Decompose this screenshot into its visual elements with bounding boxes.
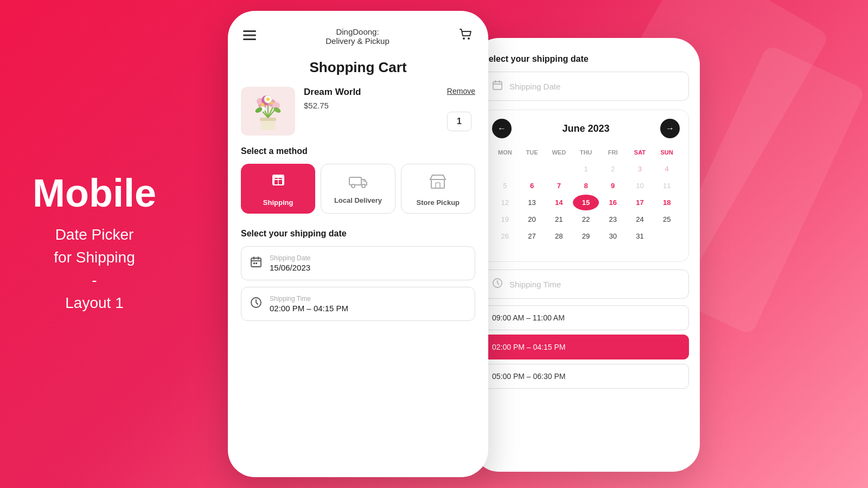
time-slot-1[interactable]: 09:00 AM – 11:00 AM — [483, 305, 689, 330]
clock-icon — [250, 297, 262, 311]
shipping-label: Shipping — [263, 198, 293, 207]
subtitle-line1: Date Picker — [55, 226, 134, 243]
date-placeholder: Shipping Date — [270, 254, 310, 262]
cart-icon[interactable] — [459, 28, 473, 44]
method-section-label: Select a method — [228, 146, 488, 164]
day-header-thu: THU — [573, 147, 599, 160]
cal-day-2[interactable]: 2 — [600, 161, 626, 177]
cal-day-24[interactable]: 24 — [627, 211, 653, 227]
cal-day-16[interactable]: 16 — [600, 195, 626, 210]
svg-rect-26 — [349, 177, 361, 185]
cal-day-19[interactable]: 19 — [492, 211, 518, 227]
remove-button[interactable]: Remove — [447, 87, 475, 95]
subtitle-line3: Layout 1 — [65, 294, 123, 311]
cal-day-11[interactable]: 11 — [654, 178, 680, 194]
subtitle-line2: for Shipping — [54, 249, 135, 266]
cal-day-20[interactable]: 20 — [519, 211, 545, 227]
svg-point-27 — [352, 184, 355, 188]
svg-rect-1 — [243, 35, 256, 36]
cal-day-18[interactable]: 18 — [654, 195, 680, 210]
cal-day-empty — [492, 245, 518, 253]
cal-day-empty — [654, 228, 680, 244]
page-title: Mobile — [33, 174, 156, 213]
svg-rect-29 — [431, 179, 444, 188]
next-month-button[interactable]: → — [660, 119, 680, 138]
product-row: Dream World $52.75 Remove 1 — [228, 87, 488, 146]
cal-day-8[interactable]: 8 — [573, 178, 599, 194]
delivery-icon — [348, 173, 368, 192]
cal-day-21[interactable]: 21 — [546, 211, 572, 227]
cal-day-14[interactable]: 14 — [546, 195, 572, 210]
calendar-icon-2 — [492, 80, 503, 93]
cal-day-23[interactable]: 23 — [600, 211, 626, 227]
phone-calendar: Select your shipping date Shipping Date … — [472, 38, 700, 472]
product-image — [241, 87, 295, 136]
cal-day-1[interactable]: 1 — [573, 161, 599, 177]
clock-icon-2 — [492, 278, 503, 291]
menu-icon[interactable] — [243, 29, 256, 43]
calendar-icon — [250, 256, 262, 271]
cal-day-15[interactable]: 15 — [573, 195, 599, 210]
date-input-content: Shipping Date 15/06/2023 — [270, 254, 310, 272]
time-input-placeholder: Shipping Time — [509, 280, 561, 289]
subtitle: Date Picker for Shipping - Layout 1 — [33, 223, 156, 314]
svg-point-21 — [261, 103, 264, 106]
cal-day-3[interactable]: 3 — [627, 161, 653, 177]
cal-day-26[interactable]: 26 — [492, 228, 518, 244]
svg-rect-35 — [493, 82, 502, 90]
cal-day-29[interactable]: 29 — [573, 228, 599, 244]
cal-day-10[interactable]: 10 — [627, 178, 653, 194]
local-delivery-label: Local Delivery — [334, 196, 382, 204]
cal-day-7[interactable]: 7 — [546, 178, 572, 194]
time-slot-2[interactable]: 02:00 PM – 04:15 PM — [483, 335, 689, 359]
quantity-box[interactable]: 1 — [447, 112, 471, 131]
cal-day-9[interactable]: 9 — [600, 178, 626, 194]
cal-day-5[interactable]: 5 — [492, 178, 518, 194]
date-value: 15/06/2023 — [270, 263, 310, 272]
time-value: 02:00 PM – 04:15 PM — [270, 304, 348, 313]
cal-day-28[interactable]: 28 — [546, 228, 572, 244]
shopping-cart-title: Shopping Cart — [228, 54, 488, 87]
time-input-2[interactable]: Shipping Time — [483, 269, 689, 299]
cal-day-12[interactable]: 12 — [492, 195, 518, 210]
method-shipping[interactable]: Shipping — [241, 164, 315, 214]
svg-rect-30 — [436, 183, 440, 188]
time-placeholder: Shipping Time — [270, 295, 348, 303]
method-buttons: Shipping Local Delivery — [228, 164, 488, 227]
prev-month-button[interactable]: ← — [492, 119, 512, 138]
store-pickup-label: Store Pickup — [417, 198, 459, 207]
time-input[interactable]: Shipping Time 02:00 PM – 04:15 PM — [241, 287, 475, 321]
day-header-wed: WED — [546, 147, 572, 160]
svg-point-3 — [463, 37, 465, 40]
phones-container: DingDoong: Delivery & Pickup Shopping Ca… — [228, 11, 700, 477]
svg-rect-32 — [253, 262, 255, 264]
calendar-grid: MON TUE WED THU FRI SAT SUN 1 2 3 4 — [492, 147, 680, 253]
method-local-delivery[interactable]: Local Delivery — [321, 164, 395, 214]
method-store-pickup[interactable]: Store Pickup — [401, 164, 475, 214]
cal-day-30[interactable]: 30 — [600, 228, 626, 244]
day-header-fri: FRI — [600, 147, 626, 160]
shipping-date-placeholder: Shipping Date — [509, 82, 560, 91]
svg-point-28 — [362, 184, 365, 188]
date-input[interactable]: Shipping Date 15/06/2023 — [241, 246, 475, 280]
calendar-section-label: Select your shipping date — [483, 54, 689, 64]
shipping-date-input[interactable]: Shipping Date — [483, 72, 689, 101]
app-name: DingDoong: Delivery & Pickup — [326, 27, 390, 46]
cal-day-27[interactable]: 27 — [519, 228, 545, 244]
cal-day-4[interactable]: 4 — [654, 161, 680, 177]
date-section-label: Select your shipping date — [228, 227, 488, 246]
day-header-sat: SAT — [627, 147, 653, 160]
cal-day-6[interactable]: 6 — [519, 178, 545, 194]
time-slot-3[interactable]: 05:00 PM – 06:30 PM — [483, 364, 689, 389]
cal-day-25[interactable]: 25 — [654, 211, 680, 227]
cal-day-31[interactable]: 31 — [627, 228, 653, 244]
shipping-icon — [270, 173, 287, 194]
cal-day-22[interactable]: 22 — [573, 211, 599, 227]
time-input-content: Shipping Time 02:00 PM – 04:15 PM — [270, 295, 348, 313]
day-header-tue: TUE — [519, 147, 545, 160]
phone-shopping-cart: DingDoong: Delivery & Pickup Shopping Ca… — [228, 11, 488, 477]
cal-day-13[interactable]: 13 — [519, 195, 545, 210]
svg-point-4 — [468, 37, 470, 40]
cal-day-17[interactable]: 17 — [627, 195, 653, 210]
left-section: Mobile Date Picker for Shipping - Layout… — [33, 174, 156, 314]
